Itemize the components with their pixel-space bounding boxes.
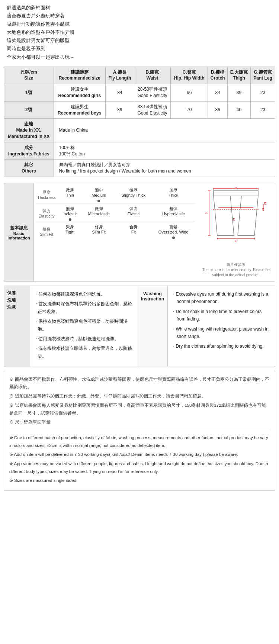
crotch-2: 36 (208, 101, 228, 119)
pants-diagram-svg: B C A E F D (202, 187, 269, 261)
thickness-opt-3: 微厚Slightly Thick (115, 186, 151, 199)
disclaimer-en-4: ※ Sizes are measured single-sided. (9, 477, 270, 484)
ingredients-label: 成分Ingredients,Fabrics (4, 142, 54, 160)
svg-text:E: E (264, 202, 266, 205)
thigh-1: 39 (227, 84, 250, 102)
wash-cn-1: ・任何衣物都建議深淺色分開洗滌。 (34, 290, 134, 299)
elasticity-dot-2 (82, 217, 115, 222)
crotch-1: 34 (208, 84, 228, 102)
elasticity-row: 彈力Elasticity 無彈Inelastic 微彈Microelastic … (35, 205, 195, 217)
desc-line-4: 大地色系的造型在戶外不怕弄髒 (7, 28, 272, 36)
slimfit-opt-4: 寬鬆Oversized, Wide (151, 223, 195, 235)
thickness-selected-dot (97, 200, 100, 202)
wash-en-2: ・Do not soak in a long time to prevent c… (171, 308, 272, 323)
fly-1: 84 (105, 84, 134, 102)
slimfit-label: 修身Slim Fit (35, 223, 58, 240)
table-row: 2號 建議男生Recommended boys 89 33-54彈性褲頭Good… (4, 101, 275, 119)
washing-section: 保養洗滌注意 ・任何衣物都建議深淺色分開洗滌。 ・首次洗滌時深色布料易釋於出多餘… (4, 286, 275, 367)
basic-info-label: 基本訊息 BasicInformation (4, 183, 34, 281)
header-waist: B.腰寬Waist (134, 67, 170, 84)
basic-info-label-cn: 基本訊息 (10, 225, 28, 231)
svg-marker-2 (238, 196, 258, 235)
header-size: 尺碼/cmSize (4, 67, 54, 84)
recommended-1: 建議女生Recommended girls (54, 84, 105, 102)
basic-info-label-en: BasicInformation (7, 231, 30, 240)
waist-1: 28-50彈性褲頭Good Elasticity (134, 84, 170, 102)
elasticity-dot-3 (115, 217, 151, 222)
header-crotch: D.褲檔Crotch (208, 67, 228, 84)
properties-table: 厚度Thickness 微薄Thin 適中Medium 微厚Slightly T… (35, 186, 195, 240)
origin-value: Made in China (54, 119, 275, 142)
elasticity-opt-3: 彈力Elastic (115, 205, 151, 217)
disclaimer-cn-4: ※ 尺寸皆為單面平量 (9, 418, 270, 426)
slimfit-row: 修身Slim Fit 緊身Tight 修身Slim Fit 合身Fit 寬鬆Ov… (35, 223, 195, 235)
elasticity-selected-dot (69, 218, 71, 221)
elasticity-label: 彈力Elasticity (35, 205, 58, 222)
basic-info-section: 基本訊息 BasicInformation 厚度Thickness 微薄Thin… (4, 183, 275, 282)
size-2: 2號 (4, 101, 54, 119)
header-recommended: 建議適穿Recommended size (54, 67, 105, 84)
table-row-others: 其它Others 無內裡／前真口袋設計／男女皆可穿No lining / fro… (4, 160, 275, 177)
wash-en-3: ・While washing with refrigerator, please… (171, 325, 272, 341)
washing-instructions-en: ・Excessive dyes run off during first was… (168, 286, 275, 367)
pantleg-1: 23 (251, 84, 275, 102)
diagram-caption-cn: 圖片僅參考 (227, 263, 245, 267)
size-table-section: 尺碼/cmSize 建議適穿Recommended size A.褲長Fly L… (0, 64, 279, 179)
fly-2: 89 (105, 101, 134, 119)
slimfit-opt-2: 修身Slim Fit (82, 223, 115, 235)
desc-line-2: 適合春夏去戶外遊玩時穿著 (7, 12, 272, 20)
header-hip: C.臀寬Hip, Hip Width (171, 67, 208, 84)
origin-label: 產地Made in XX,Manufactured in XX (4, 119, 54, 142)
header-fly: A.褲長Fly Length (105, 67, 134, 84)
elasticity-dot-4 (151, 217, 195, 222)
slimfit-opt-1: 緊身Tight (58, 223, 82, 235)
disclaimer-divider (9, 430, 270, 430)
pantleg-2: 23 (251, 101, 275, 119)
waist-2: 33-54彈性褲頭Good Elasticity (134, 101, 170, 119)
hip-2: 70 (171, 101, 208, 119)
thickness-dot-3 (115, 199, 151, 203)
thickness-dot-4 (151, 199, 195, 203)
svg-rect-0 (214, 191, 258, 196)
others-value: 無內裡／前真口袋設計／男女皆可穿No lining / front pocket… (54, 160, 275, 177)
pants-diagram-area: B C A E F D (197, 183, 275, 281)
washing-instruction-label: WashingInstruction (141, 291, 164, 302)
disclaimer-cn-2: ※ 追加加品需等待7-20個工作天；針織、外套、牛仔褲商品則需7-30個工作天，… (9, 392, 270, 400)
desc-line-6: 同時也是親子系列 (7, 45, 272, 53)
elasticity-opt-2: 微彈Microelastic (82, 205, 115, 217)
thickness-row: 厚度Thickness 微薄Thin 適中Medium 微厚Slightly T… (35, 186, 195, 199)
washing-label-cn: 保養洗滌注意 (4, 286, 30, 367)
table-row-ingredients: 成分Ingredients,Fabrics 100%棉100% Cotton (4, 142, 275, 160)
svg-text:D: D (233, 218, 235, 221)
elasticity-dot-1 (58, 217, 82, 222)
top-description: 舒適透氣的蔴棉面料 適合春夏去戶外遊玩時穿著 吸濕排汗功能讓你乾爽不黏膩 大地色… (0, 0, 279, 64)
svg-text:F: F (235, 239, 237, 243)
thickness-dot-2 (82, 199, 115, 203)
svg-marker-1 (214, 196, 234, 235)
svg-text:A: A (205, 211, 208, 215)
disclaimer-cn-3: ※ 試穿結果會因每人感受及身材比例穿著習慣而有所不同，身高體重不表示購買的尺寸，… (9, 402, 270, 417)
slimfit-dot-2 (82, 235, 115, 240)
diagram-caption-en: The picture is for refence only. Please … (202, 268, 269, 277)
wash-en-4: ・Dry the clothes after spinning to avoid… (171, 342, 272, 350)
elasticity-opt-4: 超彈Hyperelastic (151, 205, 195, 217)
svg-text:B: B (235, 187, 237, 189)
disclaimer-en-2: ※ Add-on item will be delivered in 7-20 … (9, 451, 270, 458)
thickness-dot-row (35, 199, 195, 203)
thickness-opt-1: 微薄Thin (58, 186, 82, 199)
table-row-origin: 產地Made in XX,Manufactured in XX Made in … (4, 119, 275, 142)
washing-label-en: WashingInstruction (138, 286, 168, 367)
desc-line-7: 全家大小都可以一起穿出去玩～ (7, 53, 272, 61)
thigh-2: 40 (227, 101, 250, 119)
elasticity-dot-row (35, 217, 195, 222)
thickness-opt-2: 適中Medium (82, 186, 115, 199)
table-row: 1號 建議女生Recommended girls 84 28-50彈性褲頭Goo… (4, 84, 275, 102)
slimfit-dot-row (35, 235, 195, 240)
wash-cn-5: ・洗衣機脫水後請立即晾衣，勿放置過久，以防移染。 (34, 345, 134, 361)
recommended-2: 建議男生Recommended boys (54, 101, 105, 119)
wash-cn-4: ・使用洗衣機洗滌時，請以低速短程洗滌。 (34, 335, 134, 343)
header-pantleg: G.褲管寬Pant Leg (251, 67, 275, 84)
wash-cn-3: ・保持衣物色澤鮮豔避免色澤移染，勿長時間浸泡。 (34, 318, 134, 334)
thickness-dot-1 (58, 199, 82, 203)
thickness-label: 厚度Thickness (35, 186, 58, 203)
